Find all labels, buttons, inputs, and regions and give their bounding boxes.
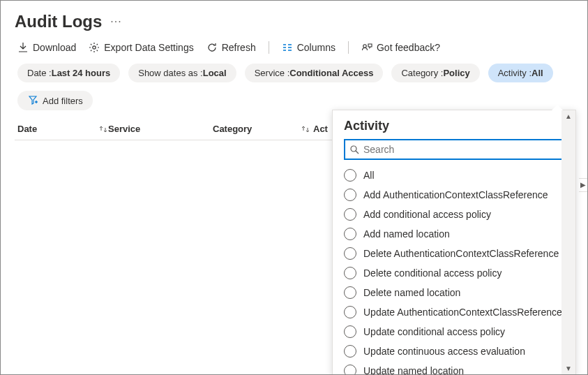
column-header-activity[interactable]: Act — [313, 124, 328, 134]
col-activity-label: Act — [313, 124, 328, 134]
gear-icon — [89, 42, 100, 53]
page-title: Audit Logs — [15, 12, 102, 31]
dropdown-option-label: All — [363, 170, 375, 181]
scroll-track[interactable] — [561, 120, 575, 365]
add-filters-button[interactable]: Add filters — [17, 91, 93, 110]
filter-service-value: Conditional Access — [289, 68, 373, 78]
dropdown-option-label: Update conditional access policy — [363, 326, 505, 337]
separator — [269, 41, 269, 54]
svg-point-2 — [93, 46, 96, 49]
separator — [348, 41, 349, 54]
col-service-label: Service — [108, 124, 140, 134]
activity-dropdown: Activity AllAdd AuthenticationContextCla… — [332, 110, 576, 375]
search-icon — [349, 145, 359, 154]
feedback-label: Got feedback? — [377, 42, 440, 53]
radio-icon[interactable] — [344, 228, 356, 240]
filter-date-label: Date : — [27, 68, 52, 78]
filter-category[interactable]: Category : Policy — [391, 64, 479, 82]
dropdown-option[interactable]: Update named location — [344, 361, 570, 375]
scroll-down-icon[interactable]: ▼ — [565, 365, 572, 372]
filter-activity[interactable]: Activity : All — [488, 64, 553, 82]
feedback-button[interactable]: Got feedback? — [361, 42, 440, 53]
radio-icon[interactable] — [344, 169, 356, 182]
dropdown-option[interactable]: Add named location — [344, 224, 570, 244]
radio-icon[interactable] — [344, 325, 356, 338]
col-date-label: Date — [17, 124, 37, 134]
filter-category-value: Policy — [443, 68, 469, 78]
header: Audit Logs ··· — [1, 1, 587, 37]
column-header-date[interactable]: Date — [17, 124, 108, 134]
filter-date[interactable]: Date : Last 24 hours — [17, 64, 120, 82]
radio-icon[interactable] — [344, 267, 356, 279]
dropdown-option-label: Add named location — [363, 228, 450, 240]
add-filters-label: Add filters — [43, 96, 83, 106]
radio-icon[interactable] — [344, 365, 356, 375]
refresh-label: Refresh — [222, 42, 256, 53]
dropdown-option-label: Update named location — [363, 365, 464, 375]
dropdown-option[interactable]: Delete conditional access policy — [344, 263, 570, 283]
filter-date-value: Last 24 hours — [52, 68, 111, 78]
filter-activity-label: Activity : — [498, 68, 532, 78]
sort-icon — [301, 124, 310, 134]
more-menu-icon[interactable]: ··· — [110, 15, 121, 28]
radio-icon[interactable] — [344, 345, 356, 358]
svg-line-13 — [356, 151, 359, 154]
dropdown-option-label: Add conditional access policy — [363, 209, 491, 220]
column-header-category[interactable]: Category — [213, 124, 310, 134]
filter-service[interactable]: Service : Conditional Access — [245, 64, 384, 82]
columns-label: Columns — [297, 42, 336, 53]
svg-point-9 — [363, 45, 366, 47]
dropdown-option[interactable]: Add conditional access policy — [344, 205, 570, 224]
dropdown-option-label: Update AuthenticationContextClassReferen… — [363, 307, 562, 318]
dropdown-option[interactable]: Delete AuthenticationContextClassReferen… — [344, 244, 570, 263]
refresh-icon — [206, 42, 218, 53]
dropdown-option-label: Update continuous access evaluation — [363, 346, 525, 357]
radio-icon[interactable] — [344, 189, 356, 201]
toolbar: Download Export Data Settings Refresh Co… — [1, 37, 587, 64]
dropdown-title: Activity — [333, 110, 575, 139]
add-filter-icon — [27, 95, 38, 106]
col-category-label: Category — [213, 124, 252, 134]
column-header-service[interactable]: Service — [108, 124, 213, 134]
radio-icon[interactable] — [344, 286, 356, 299]
scroll-up-icon[interactable]: ▲ — [565, 113, 572, 120]
dropdown-option-label: Delete conditional access policy — [363, 267, 502, 279]
download-icon — [17, 42, 29, 53]
dropdown-option-list[interactable]: AllAdd AuthenticationContextClassReferen… — [333, 166, 575, 375]
dropdown-option-label: Delete AuthenticationContextClassReferen… — [363, 248, 559, 259]
download-button[interactable]: Download — [17, 42, 76, 53]
dropdown-search-wrap[interactable] — [344, 139, 564, 160]
radio-icon[interactable] — [344, 306, 356, 318]
filter-category-label: Category : — [401, 68, 443, 78]
filter-show-dates-value: Local — [203, 68, 227, 78]
dropdown-option[interactable]: Update AuthenticationContextClassReferen… — [344, 302, 570, 322]
dropdown-option[interactable]: Update continuous access evaluation — [344, 341, 570, 361]
download-label: Download — [33, 42, 76, 53]
refresh-button[interactable]: Refresh — [206, 42, 256, 53]
columns-button[interactable]: Columns — [282, 42, 336, 53]
audit-logs-window: Audit Logs ··· Download Export Data Sett… — [0, 0, 588, 375]
feedback-icon — [361, 42, 372, 53]
radio-icon[interactable] — [344, 247, 356, 260]
filter-activity-value: All — [532, 68, 543, 78]
export-label: Export Data Settings — [104, 42, 193, 53]
svg-point-12 — [351, 146, 356, 152]
filter-service-label: Service : — [255, 68, 290, 78]
dropdown-option[interactable]: All — [344, 166, 570, 185]
dropdown-option[interactable]: Update conditional access policy — [344, 322, 570, 341]
radio-icon[interactable] — [344, 208, 356, 221]
export-settings-button[interactable]: Export Data Settings — [89, 42, 193, 53]
sort-icon — [98, 124, 108, 134]
search-input[interactable] — [363, 144, 559, 155]
dropdown-option-label: Delete named location — [363, 287, 460, 298]
dropdown-option[interactable]: Delete named location — [344, 283, 570, 302]
columns-icon — [282, 42, 293, 53]
dropdown-option-label: Add AuthenticationContextClassReference — [363, 189, 548, 200]
page-scroll-right-icon[interactable]: ▶ — [579, 178, 587, 192]
filter-show-dates[interactable]: Show dates as : Local — [128, 64, 236, 82]
dropdown-scrollbar[interactable]: ▲ ▼ — [561, 110, 575, 375]
filter-show-dates-label: Show dates as : — [138, 68, 203, 78]
dropdown-option[interactable]: Add AuthenticationContextClassReference — [344, 185, 570, 205]
